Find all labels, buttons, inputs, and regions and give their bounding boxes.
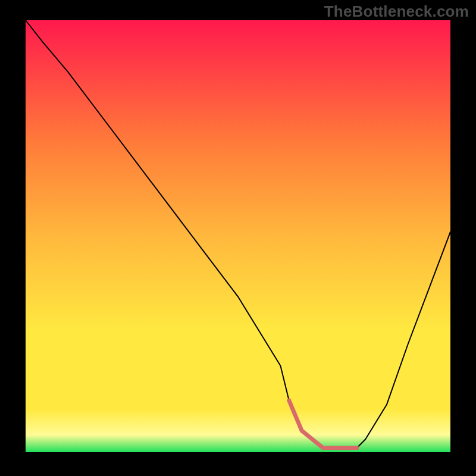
chart-frame: TheBottleneck.com (0, 0, 476, 476)
bottleneck-chart (0, 0, 476, 476)
plot-background (26, 20, 450, 452)
watermark-label: TheBottleneck.com (324, 2, 469, 21)
